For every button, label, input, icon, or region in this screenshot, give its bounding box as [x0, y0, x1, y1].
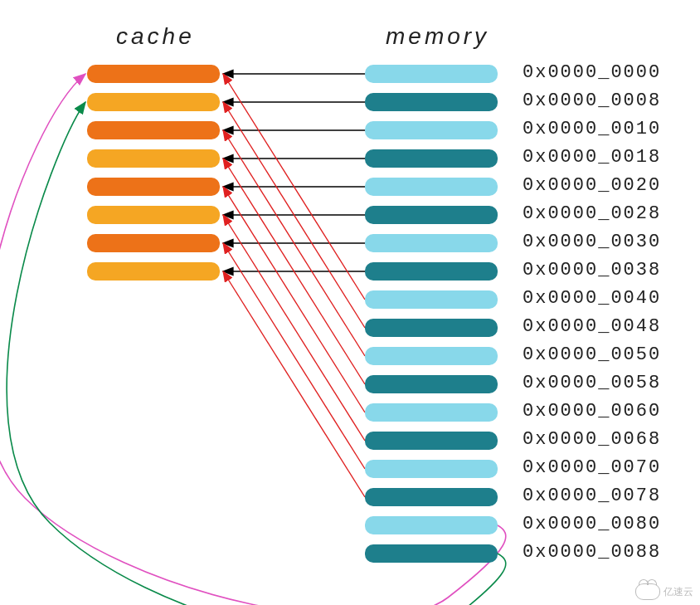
address-label: 0x0000_0018: [523, 147, 661, 168]
cache-line: [87, 206, 220, 224]
address-label: 0x0000_0048: [523, 316, 661, 337]
address-label: 0x0000_0020: [523, 175, 661, 196]
address-label: 0x0000_0038: [523, 260, 661, 281]
memory-line: [365, 403, 498, 422]
cloud-icon: [635, 583, 660, 600]
address-label: 0x0000_0068: [523, 429, 661, 450]
memory-line: [365, 234, 498, 252]
memory-line: [365, 347, 498, 365]
memory-line: [365, 290, 498, 309]
memory-line: [365, 516, 498, 534]
memory-line: [365, 375, 498, 393]
memory-line: [365, 319, 498, 337]
address-label: 0x0000_0000: [523, 62, 661, 83]
cache-line: [87, 65, 220, 83]
address-label: 0x0000_0028: [523, 203, 661, 224]
red-mapping-arrow: [223, 243, 365, 469]
address-label: 0x0000_0080: [523, 514, 661, 534]
memory-line: [365, 121, 498, 139]
cache-line: [87, 121, 220, 139]
red-mapping-arrow: [223, 215, 365, 441]
memory-line: [365, 149, 498, 168]
memory-line: [365, 488, 498, 506]
red-mapping-arrow: [223, 271, 365, 497]
watermark-text: 亿速云: [664, 585, 693, 599]
watermark: 亿速云: [635, 583, 693, 600]
memory-line: [365, 206, 498, 224]
address-label: 0x0000_0010: [523, 119, 661, 139]
memory-line: [365, 262, 498, 281]
red-mapping-arrow: [223, 159, 365, 384]
address-label: 0x0000_0078: [523, 485, 661, 506]
memory-line: [365, 544, 498, 563]
red-mapping-arrow: [223, 130, 365, 356]
address-label: 0x0000_0030: [523, 232, 661, 252]
red-mapping-arrow: [223, 187, 365, 412]
red-mapping-arrow: [223, 74, 365, 300]
memory-line: [365, 65, 498, 83]
cache-line: [87, 149, 220, 168]
address-label: 0x0000_0060: [523, 401, 661, 422]
address-label: 0x0000_0070: [523, 457, 661, 478]
memory-line: [365, 460, 498, 478]
cache-line: [87, 93, 220, 111]
address-label: 0x0000_0008: [523, 90, 661, 111]
memory-line: [365, 93, 498, 111]
cache-line: [87, 234, 220, 252]
address-label: 0x0000_0050: [523, 344, 661, 365]
address-label: 0x0000_0058: [523, 373, 661, 393]
address-label: 0x0000_0088: [523, 542, 661, 563]
red-mapping-arrow: [223, 102, 365, 328]
cache-line: [87, 262, 220, 281]
memory-line: [365, 432, 498, 450]
cache-line: [87, 178, 220, 196]
cache-title: cache: [116, 23, 195, 50]
address-label: 0x0000_0040: [523, 288, 661, 309]
memory-line: [365, 178, 498, 196]
diagram-canvas: cache memory 0x0000_00000x0000_00080x000…: [0, 0, 700, 605]
memory-title: memory: [386, 23, 489, 50]
